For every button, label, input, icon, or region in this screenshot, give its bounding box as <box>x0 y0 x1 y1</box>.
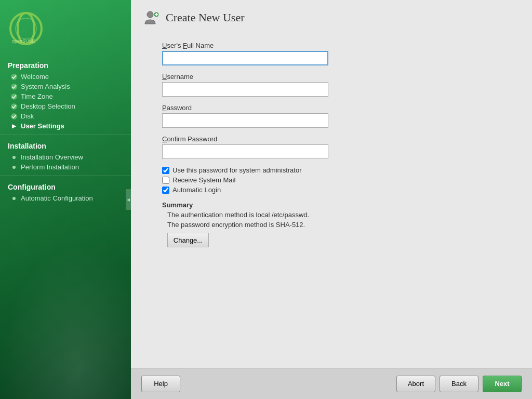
create-user-icon <box>144 9 161 26</box>
check-icon-welcome <box>10 73 18 81</box>
password-group: Password <box>162 104 501 128</box>
sidebar-item-automatic-configuration[interactable]: Automatic Configuration <box>0 193 131 203</box>
sidebar-item-time-zone[interactable]: Time Zone <box>0 91 131 101</box>
full-name-group: User's Full Name <box>162 42 501 65</box>
summary-title: Summary <box>162 201 501 209</box>
username-input[interactable] <box>162 82 328 97</box>
arrow-icon-user-settings: ▶ <box>10 123 18 130</box>
bullet-dot-3 <box>12 196 16 201</box>
abort-button[interactable]: Abort <box>396 376 435 392</box>
sidebar-item-time-zone-label: Time Zone <box>21 92 53 100</box>
form-area: User's Full Name Username Password Confi… <box>131 31 532 368</box>
sidebar-item-installation-overview-label: Installation Overview <box>21 153 83 161</box>
receive-mail-label[interactable]: Receive System Mail <box>172 176 235 184</box>
sidebar-item-desktop-selection-label: Desktop Selection <box>21 102 75 110</box>
check-icon-desktop-selection <box>10 103 18 110</box>
right-buttons: Abort Back Next <box>396 376 522 392</box>
receive-mail-checkbox[interactable] <box>162 177 169 184</box>
sidebar-item-disk[interactable]: Disk <box>0 111 131 121</box>
summary-line-1: The authentication method is local /etc/… <box>162 211 501 219</box>
bullet-icon-auto-config <box>10 195 18 202</box>
sidebar-divider-1 <box>0 134 131 135</box>
sidebar-item-perform-installation-label: Perform Installation <box>21 163 79 171</box>
sidebar-item-automatic-configuration-label: Automatic Configuration <box>21 194 93 202</box>
auto-login-label[interactable]: Automatic Login <box>172 186 221 194</box>
sidebar-item-user-settings[interactable]: ▶ User Settings <box>0 121 131 131</box>
sidebar-item-system-analysis-label: System Analysis <box>21 83 70 90</box>
check-icon-system-analysis <box>10 83 18 90</box>
content-area: Create New User User's Full Name Usernam… <box>131 0 532 368</box>
svg-point-7 <box>11 113 17 119</box>
password-input[interactable] <box>162 113 328 128</box>
svg-text:openSUSE: openSUSE <box>12 38 35 44</box>
check-icon-disk <box>10 113 18 120</box>
page-title: Create New User <box>166 11 245 24</box>
auto-login-checkbox[interactable] <box>162 187 169 194</box>
username-group: Username <box>162 73 501 97</box>
sidebar-item-perform-installation[interactable]: Perform Installation <box>0 162 131 172</box>
sidebar-item-disk-label: Disk <box>21 112 34 120</box>
checkbox-use-for-admin-row: Use this password for system administrat… <box>162 166 501 174</box>
svg-point-6 <box>11 103 17 110</box>
sidebar-divider-2 <box>0 175 131 176</box>
change-button[interactable]: Change... <box>167 233 209 247</box>
logo-area: openSUSE <box>0 5 131 57</box>
full-name-label: User's Full Name <box>162 42 501 49</box>
bottom-bar: Help Abort Back Next <box>131 368 532 399</box>
svg-point-3 <box>11 74 17 80</box>
bullet-dot <box>12 155 16 159</box>
bullet-icon-perform-installation <box>10 164 18 171</box>
back-button[interactable]: Back <box>440 376 478 392</box>
confirm-password-group: Confirm Password <box>162 135 501 159</box>
checkbox-receive-mail-row: Receive System Mail <box>162 176 501 184</box>
svg-point-4 <box>11 84 17 90</box>
confirm-password-input[interactable] <box>162 144 328 159</box>
use-for-admin-checkbox[interactable] <box>162 167 169 174</box>
bullet-dot-2 <box>12 165 16 169</box>
svg-point-8 <box>12 156 16 159</box>
installation-section-title: Installation <box>0 138 131 152</box>
sidebar-item-welcome[interactable]: Welcome <box>0 72 131 82</box>
sidebar-collapse-handle[interactable]: ◀ <box>126 189 131 210</box>
opensuse-logo: openSUSE <box>8 10 44 47</box>
svg-point-10 <box>12 197 16 200</box>
username-label: Username <box>162 73 501 81</box>
bullet-icon-installation-overview <box>10 154 18 161</box>
help-button[interactable]: Help <box>141 376 180 392</box>
check-icon-time-zone <box>10 93 18 100</box>
configuration-section-title: Configuration <box>0 179 131 193</box>
checkbox-auto-login-row: Automatic Login <box>162 186 501 194</box>
sidebar-item-installation-overview[interactable]: Installation Overview <box>0 152 131 162</box>
sidebar-item-welcome-label: Welcome <box>21 73 49 81</box>
svg-point-11 <box>147 11 153 18</box>
use-for-admin-label[interactable]: Use this password for system administrat… <box>172 166 302 174</box>
sidebar: openSUSE Preparation Welcome System Anal… <box>0 0 131 399</box>
svg-point-5 <box>11 94 17 100</box>
sidebar-item-user-settings-label: User Settings <box>21 122 64 130</box>
summary-section: Summary The authentication method is loc… <box>162 201 501 247</box>
sidebar-item-desktop-selection[interactable]: Desktop Selection <box>0 101 131 111</box>
password-label: Password <box>162 104 501 112</box>
summary-line-2: The password encryption method is SHA-51… <box>162 221 501 229</box>
svg-point-9 <box>12 166 16 169</box>
main-content: Create New User User's Full Name Usernam… <box>131 0 532 399</box>
checkbox-group: Use this password for system administrat… <box>162 166 501 194</box>
sidebar-item-system-analysis[interactable]: System Analysis <box>0 82 131 91</box>
confirm-password-label: Confirm Password <box>162 135 501 143</box>
full-name-input[interactable] <box>162 51 328 65</box>
page-header: Create New User <box>131 0 532 31</box>
preparation-section-title: Preparation <box>0 57 131 72</box>
next-button[interactable]: Next <box>483 376 522 392</box>
